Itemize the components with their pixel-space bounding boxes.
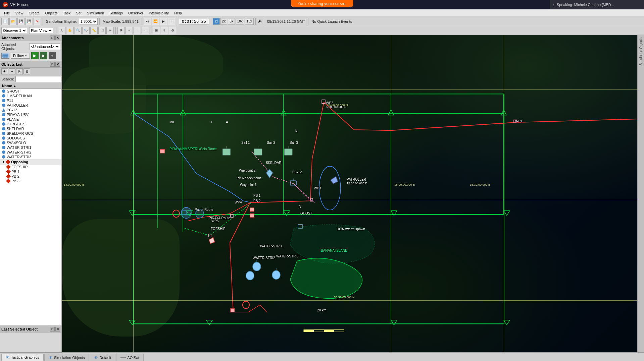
obj-icon — [2, 146, 5, 149]
list-item[interactable]: PLANET — [0, 117, 61, 122]
attachments-close-btn[interactable]: ✕ — [55, 36, 60, 40]
tab-default[interactable]: 👁 Default — [90, 354, 115, 361]
list-item[interactable]: PIRAYA-USV — [0, 112, 61, 117]
objects-list-restore-btn[interactable]: □ — [50, 62, 55, 67]
list-item[interactable]: GHOST — [0, 89, 61, 94]
sim-engine-select[interactable]: 1:3001 — [79, 18, 98, 25]
move-back-btn[interactable]: ▶ — [40, 52, 47, 59]
menu-view[interactable]: View — [13, 10, 26, 16]
zoom-out-tool[interactable]: 🔍- — [82, 27, 90, 34]
list-item[interactable]: WATER-STRI1 — [0, 145, 61, 150]
route-tool[interactable]: → — [126, 27, 133, 34]
step-back-btn[interactable]: ⏪ — [152, 18, 159, 25]
menu-help[interactable]: Help — [171, 10, 185, 16]
menu-create[interactable]: Create — [26, 10, 42, 16]
tab-aoisat[interactable]: AOISat — [116, 354, 143, 361]
list-item[interactable]: FOESHIP — [0, 165, 61, 169]
list-item[interactable]: PC-12 — [0, 108, 61, 112]
draw-tool[interactable]: ✏ — [106, 27, 114, 34]
obj-list[interactable]: GHOST HMS-PELIKAN P11 PATROLLER PC-12 — [0, 89, 61, 325]
svg-point-10 — [319, 166, 341, 210]
objects-toolbar: 👁 + ⎘ ⊞ — [0, 68, 61, 75]
move-forward-btn[interactable]: ▶ — [31, 52, 39, 59]
list-item[interactable]: PTRL-GCS — [0, 122, 61, 126]
zoom-in-tool[interactable]: 🔍 — [74, 27, 82, 34]
measure-tool[interactable]: 📏 — [90, 27, 98, 34]
pan-tool[interactable]: ✋ — [66, 27, 73, 34]
pause-btn[interactable]: ⏸ — [168, 18, 175, 25]
objects-list-close-btn[interactable]: ✕ — [55, 62, 60, 67]
new-btn[interactable]: 📄 — [1, 18, 9, 25]
search-row: Search: ✕ — [0, 75, 61, 83]
menu-objects[interactable]: Objects — [42, 10, 60, 16]
list-item[interactable]: SKELDAR-GCS — [0, 131, 61, 136]
settings-tool[interactable]: ⚙ — [169, 27, 176, 34]
grid-tool[interactable]: # — [161, 27, 168, 34]
layer-tool[interactable]: ⊞ — [153, 27, 160, 34]
attached-objects-select[interactable]: <Unattached> — [29, 43, 60, 50]
stop-btn[interactable]: ✕ — [34, 18, 41, 25]
attachments-restore-btn[interactable]: □ — [50, 36, 55, 40]
select-tool[interactable]: ⬚ — [98, 27, 106, 34]
save2-btn[interactable]: 💾 — [26, 18, 33, 25]
obj-add-btn[interactable]: + — [9, 68, 15, 74]
menu-set[interactable]: Set — [73, 10, 84, 16]
obj-view-btn[interactable]: 👁 — [1, 68, 8, 74]
last-selected-restore-btn[interactable]: □ — [50, 327, 55, 332]
follow-button[interactable]: Follow ▼ — [11, 53, 30, 59]
speed-1x[interactable]: 1x — [213, 18, 220, 25]
time-display: 0:01:56:25 — [179, 18, 209, 25]
speed-5x[interactable]: 5x — [228, 18, 235, 25]
svg-marker-24 — [504, 320, 510, 325]
sim-sidebar-label[interactable]: Simulation Objects — [639, 35, 643, 68]
list-item[interactable]: HMS-PELIKAN — [0, 94, 61, 98]
tab-simulation-objects[interactable]: 👁 Simulation Objects — [44, 354, 89, 361]
tab-tactical-graphics[interactable]: 👁 Tactical Graphics — [1, 354, 44, 361]
list-item[interactable]: PB 2 — [0, 174, 61, 179]
down-arrow-btn[interactable]: ▼ — [49, 52, 56, 59]
save-btn[interactable]: 💾 — [17, 18, 25, 25]
pointer-tool[interactable]: ↖ — [58, 27, 65, 34]
list-item[interactable]: P11 — [0, 98, 61, 103]
play-btn[interactable]: ▶ — [160, 18, 167, 25]
svg-marker-16 — [129, 211, 135, 216]
speed-10x[interactable]: 10x — [236, 18, 244, 25]
speed-2x[interactable]: 2x — [220, 18, 228, 25]
search-input[interactable] — [15, 76, 61, 82]
name-col-header[interactable]: Name ▲ — [0, 83, 61, 89]
area-tool[interactable]: ⬜ — [134, 27, 141, 34]
list-item[interactable]: WATER-STRI2 — [0, 150, 61, 155]
menu-settings[interactable]: Settings — [107, 10, 126, 16]
speed-15x[interactable]: 15x — [245, 18, 254, 25]
view-select[interactable]: Plan View — [29, 27, 53, 34]
grid-line-h2 — [62, 200, 644, 200]
map-area[interactable]: 14:00:00.000 E 15:00:00.000 E 15:30:00.0… — [62, 35, 644, 352]
menu-task[interactable]: Task — [60, 10, 73, 16]
svg-rect-30 — [222, 149, 231, 156]
list-item[interactable]: SKELDAR — [0, 126, 61, 131]
list-item[interactable]: PATROLLER — [0, 103, 61, 108]
list-item[interactable]: SOLOGCS — [0, 136, 61, 140]
waypoint-tool[interactable]: ⚑ — [117, 27, 125, 34]
observer-select[interactable]: Observer 1 — [1, 27, 27, 34]
rewind-btn[interactable]: ⏮ — [144, 18, 151, 25]
obj-group-btn[interactable]: ⊞ — [23, 68, 30, 74]
list-item[interactable]: PB 3 — [0, 179, 61, 183]
menu-simulation[interactable]: Simulation — [84, 10, 107, 16]
list-item[interactable]: WATER-STRI3 — [0, 155, 61, 159]
last-selected-close-btn[interactable]: ✕ — [55, 327, 60, 332]
opposing-group-header[interactable]: ▼ Opposing — [0, 159, 61, 165]
list-item[interactable]: PB 1 — [0, 169, 61, 174]
menu-file[interactable]: File — [1, 10, 13, 16]
app-icon: VR — [3, 2, 8, 7]
open-btn[interactable]: 📂 — [9, 18, 17, 25]
grid-line-h3 — [62, 300, 644, 301]
menu-intervisibility[interactable]: Intervisibility — [146, 10, 171, 16]
obj-copy-btn[interactable]: ⎘ — [16, 68, 23, 74]
menu-observer[interactable]: Observer — [126, 10, 146, 16]
svg-rect-52 — [250, 208, 254, 212]
entity-icon — [1, 53, 9, 59]
list-item[interactable]: SW-4SOLO — [0, 140, 61, 145]
circle-tool[interactable]: ○ — [142, 27, 149, 34]
svg-marker-51 — [209, 237, 215, 244]
